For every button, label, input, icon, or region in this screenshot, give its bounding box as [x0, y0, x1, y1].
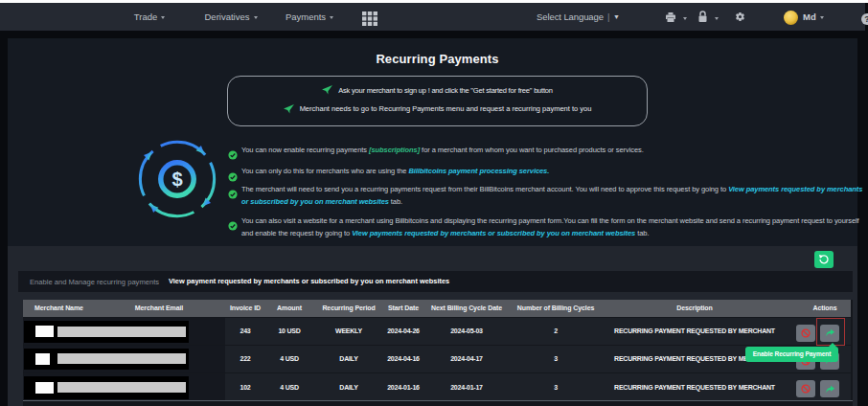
svg-text:$: $: [171, 169, 182, 190]
